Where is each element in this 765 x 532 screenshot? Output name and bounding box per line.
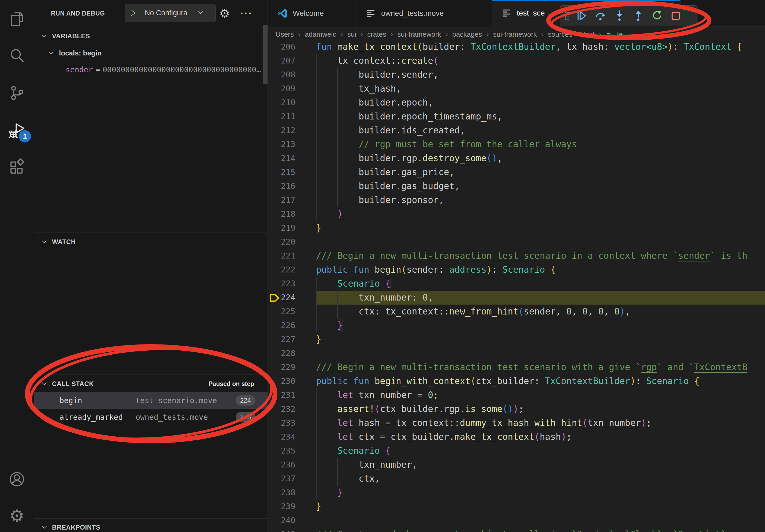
indent-guide [337, 458, 359, 472]
tab-label: owned_tests.move [381, 9, 443, 18]
line-number: 215 [268, 165, 296, 179]
line-number: 236 [268, 458, 296, 472]
token: hash = tx_context:: [353, 417, 460, 428]
call-stack-frame[interactable]: begintest_scenario.move224 [34, 392, 268, 409]
launch-configuration-dropdown[interactable]: No Configura [125, 4, 216, 22]
tab-owned_tests-move[interactable]: owned_tests.move [357, 0, 492, 27]
breadcrumb-item[interactable]: test [583, 30, 595, 39]
line-number: 208 [268, 68, 296, 82]
folding-gutter [296, 96, 316, 110]
step-into-button[interactable] [611, 7, 628, 25]
token: is_some [465, 404, 502, 414]
token: ( [401, 264, 406, 275]
token: vector<u8> [614, 42, 668, 52]
line-number: 239 [268, 500, 296, 513]
sidebar-scrollbar[interactable] [263, 25, 268, 84]
variables-section-title: VARIABLES [52, 32, 90, 40]
activity-item-explorer[interactable] [0, 3, 34, 35]
line-number: 231 [268, 388, 296, 402]
variables-scope-row[interactable]: locals: begin [34, 45, 268, 61]
indent-guide [316, 305, 337, 319]
breadcrumb-item[interactable]: sui-framework [397, 30, 441, 39]
breadcrumb-item[interactable]: crates [367, 30, 386, 39]
editor-group: Welcomeowned_tests.movetest_sce Users›ad… [268, 0, 765, 532]
code-editor[interactable]: 206fun make_tx_context(builder: TxContex… [268, 42, 765, 532]
breadcrumb-item[interactable]: Users [276, 30, 294, 39]
token: ( [582, 417, 587, 428]
code-line-212: 212 builder.ids_created, [268, 124, 765, 137]
move-file-icon [366, 8, 376, 19]
token: ` is th [710, 250, 747, 261]
frame-line-badge: 275 [236, 412, 256, 422]
breadcrumb-item[interactable]: sui [348, 30, 356, 39]
token: Clock [630, 529, 657, 532]
restart-button[interactable] [648, 7, 666, 25]
breadcrumb-file[interactable]: te [606, 30, 623, 39]
folding-gutter [296, 472, 316, 486]
code-line-229: 229/// Begin a new multi-transaction tes… [268, 360, 765, 374]
watch-section-header[interactable]: WATCH [34, 234, 268, 250]
breadcrumb-item[interactable]: adamwelc [305, 30, 336, 39]
drag-handle-button[interactable] [562, 7, 572, 25]
step-over-button[interactable] [592, 7, 609, 25]
token: 0 [422, 292, 428, 303]
activity-item-source-control[interactable] [0, 77, 34, 109]
token: address [449, 264, 486, 275]
indent-guide [316, 165, 337, 179]
breadcrumb-item[interactable]: packages [452, 30, 482, 39]
chevron-down-icon [197, 8, 205, 17]
token: ) [561, 431, 566, 442]
step-over-icon [594, 10, 607, 22]
tab-welcome[interactable]: Welcome [268, 0, 357, 27]
indent-guide [316, 319, 337, 333]
token: ( [375, 404, 380, 414]
variable-value: 0000000000000000000000000000000000… [103, 65, 261, 74]
variables-section-header[interactable]: VARIABLES [34, 28, 268, 45]
code-line-222: 222public fun begin(sender: address): Sc… [268, 263, 765, 277]
code-text: Scenario { [316, 444, 765, 458]
breadcrumb-item[interactable]: sources [548, 30, 572, 39]
line-number: 214 [268, 151, 296, 165]
token: ) [513, 404, 518, 414]
code-text: txn_number, [316, 458, 765, 472]
breadcrumb: Users›adamwelc›sui›crates›sui-framework›… [268, 27, 765, 42]
variable-row[interactable]: sender = 0000000000000000000000000000000… [34, 61, 268, 78]
code-line-209: 209 tx_hash, [268, 82, 765, 96]
debug-settings-gear-icon[interactable]: ⚙ [219, 0, 230, 27]
line-number: 224 [268, 291, 296, 305]
indent-guide [337, 96, 359, 110]
folding-gutter [296, 137, 316, 151]
line-number: 230 [268, 374, 296, 388]
activity-item-search[interactable] [0, 40, 34, 72]
breadcrumb-separator: › [445, 30, 448, 39]
frame-function-name: begin [60, 396, 136, 405]
start-debugging-icon[interactable] [125, 4, 141, 22]
call-stack-section-header[interactable]: CALL STACK Paused on step [34, 376, 268, 392]
call-stack-frame[interactable]: already_markedowned_tests.move275 [34, 409, 268, 425]
code-text: builder.sender, [316, 68, 765, 82]
token: builder.gas_price, [359, 167, 454, 177]
views-more-actions-button[interactable]: ··· [240, 0, 253, 27]
activity-item-account[interactable] [0, 463, 34, 495]
token: , [497, 153, 502, 163]
token: Scenario [646, 376, 689, 386]
stop-button[interactable] [667, 7, 685, 25]
activity-item-extensions[interactable] [0, 151, 34, 183]
frame-line-badge: 224 [236, 396, 256, 405]
token: builder.gas_budget, [359, 181, 460, 191]
code-text: // rgp must be set from the caller alway… [316, 137, 765, 151]
token: /// Begin a new multi-transaction test s… [316, 250, 678, 261]
token: Scenario [502, 264, 545, 275]
line-number: 235 [268, 444, 296, 458]
step-out-button[interactable] [629, 7, 647, 25]
token: sender: [406, 264, 449, 275]
breakpoints-section-header[interactable]: BREAKPOINTS [34, 519, 268, 532]
continue-button[interactable] [573, 7, 591, 25]
activity-item-run-and-debug[interactable]: 1 [0, 114, 34, 146]
section-divider [34, 518, 268, 519]
breadcrumb-item[interactable]: sui-framework [493, 30, 537, 39]
token: ` [721, 529, 726, 532]
code-line-220: 220 [268, 235, 765, 249]
activity-item-settings[interactable]: ⚙ [0, 500, 34, 532]
token: let [337, 431, 353, 442]
